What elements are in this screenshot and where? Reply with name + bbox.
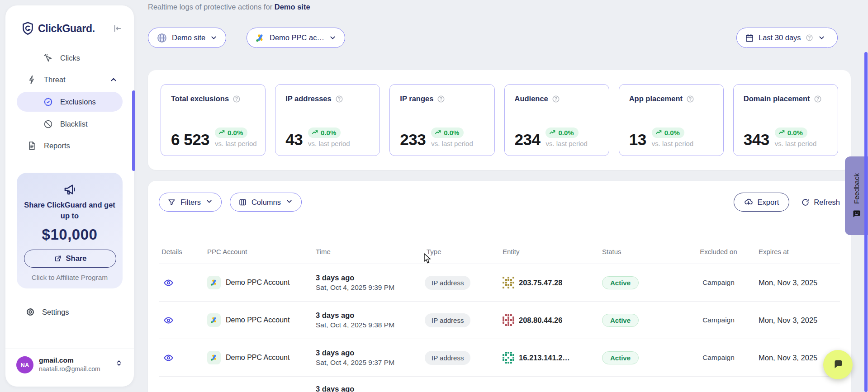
share-button[interactable]: Share [24,250,116,268]
type-badge: IP address [425,276,470,290]
sidebar-item-clicks[interactable]: Clicks [5,47,134,69]
col-header-status: Status [602,248,686,255]
settings-label: Settings [42,308,69,316]
refresh-button[interactable]: Refresh [801,198,840,207]
ip-identicon [503,277,514,288]
table-row[interactable]: Demo PPC Account 3 days agoSat, Oct 4, 2… [159,339,840,377]
stat-caption: vs. last period [308,140,350,147]
sidebar-item-label: Reports [44,142,70,150]
col-header-account: PPC Account [202,248,310,255]
app-root: ClickGuard. Clicks [0,0,868,392]
col-header-entity: Entity [503,248,602,255]
help-circle-icon[interactable] [686,95,694,103]
time-relative: 3 days ago [316,274,421,282]
subtitle-site-name: Demo site [275,3,310,11]
stat-caption: vs. last period [431,140,473,147]
stat-card-ip-addresses: IP addresses 43 0.0% vs. last period [275,84,380,156]
chat-launcher-button[interactable] [823,350,853,379]
time-absolute: Sat, Oct 4, 2025 9:38 PM [316,321,421,329]
time-relative: 3 days ago [316,349,421,357]
brand-logo: ClickGuard. [22,22,122,35]
view-details-eye-icon[interactable] [161,278,174,288]
filters-button[interactable]: Filters [159,193,222,212]
columns-button[interactable]: Columns [230,193,302,212]
sidebar-item-label: Exclusions [60,98,96,106]
status-badge: Active [602,351,639,364]
chevron-down-icon [818,34,825,42]
collapse-sidebar-icon[interactable] [112,24,122,33]
chevron-up-icon[interactable] [109,76,118,84]
help-circle-icon[interactable] [806,34,813,42]
cursor-click-icon [43,53,53,63]
excluded-on-value: Campaign [702,354,735,362]
table-row[interactable]: Demo PPC Account 3 days agoSat, Oct 4, 2… [159,302,840,339]
stat-value: 13 [629,132,646,147]
expires-at-value: Mon, Nov 3, 2025 [751,316,840,325]
page-scrollbar-thumb[interactable] [864,52,868,392]
page-subtitle: Realtime logs of protective actions for … [148,3,310,11]
help-circle-icon[interactable] [232,95,241,103]
help-circle-icon[interactable] [814,95,822,103]
chevron-down-icon [329,34,337,42]
gear-icon [25,307,35,317]
stat-delta-badge: 0.0% [308,128,341,138]
view-details-eye-icon[interactable] [161,315,174,326]
col-header-expires: Expires at [751,248,840,255]
stat-delta-badge: 0.0% [431,128,464,138]
promo-text: Share ClickGuard and get up to [24,200,115,222]
google-ads-icon [207,351,221,364]
avatar: NA [16,356,33,373]
chevrons-up-down-icon[interactable] [115,359,123,367]
stat-card-total-exclusions: Total exclusions 6 523 0.0% vs. last per… [161,84,266,156]
columns-icon [238,198,247,207]
chevron-down-icon [210,34,218,42]
expires-at-value: Mon, Nov 3, 2025 [751,279,840,287]
ppc-account-selector[interactable]: Demo PPC ac… [247,28,345,48]
account-switcher[interactable]: NA gmail.com naatali.ro@gmail.com [5,349,134,387]
filter-icon [167,198,176,207]
stat-value: 43 [285,132,303,147]
sidebar-item-label: Clicks [60,54,80,62]
stat-card-app-placement: App placement 13 0.0% vs. last period [619,84,724,156]
view-details-eye-icon[interactable] [161,353,174,363]
sidebar-item-label: Blacklist [60,120,88,128]
cloud-download-icon [744,198,753,207]
sidebar-item-exclusions[interactable]: Exclusions [17,92,123,112]
sidebar-scrollbar-thumb[interactable] [132,90,135,171]
entity-value: 203.75.47.28 [519,279,562,287]
report-icon [27,141,37,151]
col-header-details: Details [159,248,202,255]
stat-caption: vs. last period [652,140,694,147]
stat-card-domain-placement: Domain placement 343 0.0% vs. last perio… [733,84,838,156]
promo-amount: $10,000 [24,226,115,243]
trend-up-icon [549,129,556,136]
refresh-icon [801,198,810,207]
chat-bubble-icon [831,358,845,372]
site-selector[interactable]: Demo site [148,28,226,48]
trend-up-icon [312,129,318,136]
sidebar-item-settings[interactable]: Settings [5,301,134,323]
stat-caption: vs. last period [215,140,257,147]
help-circle-icon[interactable] [437,95,445,103]
shield-g-icon [22,22,34,35]
promo-caption[interactable]: Click to Affiliate Program [24,274,115,282]
stat-delta-badge: 0.0% [652,128,684,138]
stat-value: 343 [744,132,769,147]
table-row-partial[interactable]: 3 days ago [159,377,840,392]
help-circle-icon[interactable] [335,95,343,103]
sidebar-item-blacklist[interactable]: Blacklist [5,113,134,135]
sidebar-item-reports[interactable]: Reports [5,135,134,156]
table-row[interactable]: Demo PPC Account 3 days agoSat, Oct 4, 2… [159,264,840,302]
chevron-down-icon [205,198,213,207]
export-button[interactable]: Export [734,193,790,212]
trend-up-icon [435,129,441,136]
stat-value: 234 [515,132,541,147]
calendar-icon [745,33,754,43]
help-circle-icon[interactable] [552,95,560,103]
time-absolute: Sat, Oct 4, 2025 9:39 PM [316,283,421,292]
sidebar: ClickGuard. Clicks [5,5,134,387]
ip-identicon [503,352,514,364]
sidebar-item-threat[interactable]: Threat [5,69,134,90]
trend-up-icon [218,129,225,136]
date-range-selector[interactable]: Last 30 days [736,28,838,48]
